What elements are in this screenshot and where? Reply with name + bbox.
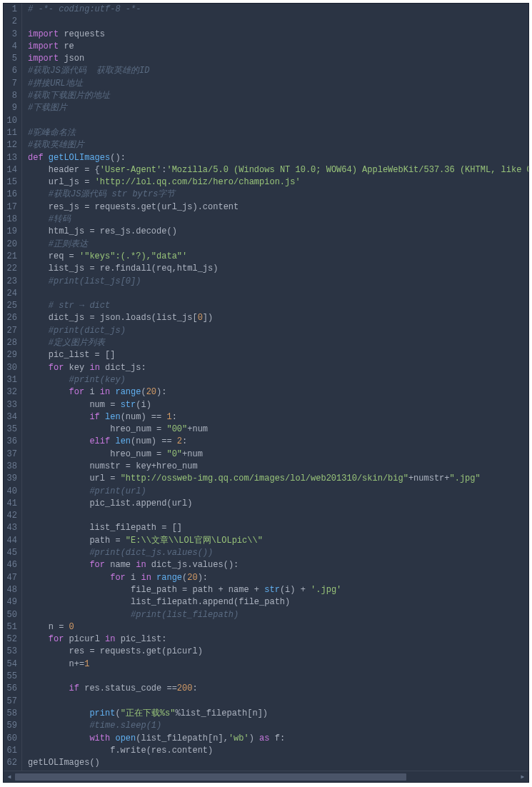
line-number: 47 xyxy=(4,572,17,584)
code-line[interactable]: numstr = key+hreo_num xyxy=(28,461,528,473)
code-line[interactable] xyxy=(28,288,528,300)
line-number: 57 xyxy=(4,696,17,708)
code-line[interactable]: list_filepath = [] xyxy=(28,522,528,534)
code-line[interactable]: req = '"keys":(.*?),"data"' xyxy=(28,251,528,263)
line-number: 5 xyxy=(4,53,17,65)
code-line[interactable]: #print(key) xyxy=(28,374,528,386)
code-line[interactable]: print("正在下载%s"%list_filepath[n]) xyxy=(28,708,528,720)
code-line[interactable]: f.write(res.content) xyxy=(28,745,528,757)
code-line[interactable]: #获取英雄图片 xyxy=(28,139,528,151)
line-number: 62 xyxy=(4,757,17,769)
code-line[interactable] xyxy=(28,115,528,127)
line-number: 27 xyxy=(4,325,17,337)
code-line[interactable]: url_js = 'http://lol.qq.com/biz/hero/cha… xyxy=(28,176,528,189)
line-number: 51 xyxy=(4,621,17,633)
code-line[interactable] xyxy=(28,671,528,683)
code-line[interactable]: html_js = res_js.decode() xyxy=(28,226,528,238)
code-line[interactable]: # str → dict xyxy=(28,300,528,312)
scroll-right-icon[interactable]: ▶ xyxy=(517,771,528,783)
code-line[interactable]: #正则表达 xyxy=(28,239,528,251)
code-line[interactable]: file_path = path + name + str(i) + '.jpg… xyxy=(28,584,528,596)
code-line[interactable]: #获取JS源代码 获取英雄的ID xyxy=(28,65,528,77)
line-number: 41 xyxy=(4,498,17,510)
code-line[interactable]: #定义图片列表 xyxy=(28,337,528,349)
code-line[interactable]: header = {'User-Agent':'Mozilla/5.0 (Win… xyxy=(28,164,528,176)
code-line[interactable]: # -*- coding:utf-8 -*- xyxy=(28,4,528,16)
code-line[interactable]: #获取JS源代码 str bytrs字节 xyxy=(28,189,528,201)
code-line[interactable]: #print(list_js[0]) xyxy=(28,276,528,288)
line-number: 24 xyxy=(4,288,17,300)
code-line[interactable]: with open(list_filepath[n],'wb') as f: xyxy=(28,733,528,745)
code-line[interactable]: res = requests.get(picurl) xyxy=(28,646,528,658)
code-line[interactable]: import requests xyxy=(28,29,528,41)
line-number: 54 xyxy=(4,658,17,671)
line-number: 16 xyxy=(4,189,17,201)
line-number: 20 xyxy=(4,239,17,251)
line-number-gutter: 1234567891011121314151617181920212223242… xyxy=(4,4,22,771)
line-number: 32 xyxy=(4,386,17,398)
line-number: 38 xyxy=(4,461,17,473)
code-line[interactable]: #print(dict_js.values()) xyxy=(28,547,528,559)
code-line[interactable]: #驼峰命名法 xyxy=(28,127,528,139)
code-line[interactable]: #print(dict_js) xyxy=(28,325,528,337)
line-number: 53 xyxy=(4,646,17,658)
line-number: 1 xyxy=(4,4,17,16)
code-line[interactable]: list_filepath.append(file_path) xyxy=(28,596,528,608)
code-line[interactable]: #拼接URL地址 xyxy=(28,78,528,90)
code-line[interactable]: n = 0 xyxy=(28,621,528,633)
code-line[interactable]: dict_js = json.loads(list_js[0]) xyxy=(28,312,528,324)
line-number: 21 xyxy=(4,251,17,263)
code-line[interactable]: hreo_num = "00"+num xyxy=(28,423,528,436)
code-line[interactable] xyxy=(28,16,528,28)
code-area[interactable]: 1234567891011121314151617181920212223242… xyxy=(4,4,528,771)
code-line[interactable]: for i in range(20): xyxy=(28,386,528,398)
code-line[interactable]: def getLOLImages(): xyxy=(28,152,528,164)
code-line[interactable]: url = "http://ossweb-img.qq.com/images/l… xyxy=(28,473,528,485)
code-line[interactable] xyxy=(28,696,528,708)
code-line[interactable]: path = "E:\\文章\\LOL官网\LOLpic\\" xyxy=(28,535,528,547)
code-line[interactable]: #下载图片 xyxy=(28,102,528,114)
line-number: 61 xyxy=(4,745,17,757)
code-line[interactable] xyxy=(28,510,528,522)
code-line[interactable]: num = str(i) xyxy=(28,399,528,411)
code-line[interactable]: pic_list.append(url) xyxy=(28,498,528,510)
code-content[interactable]: # -*- coding:utf-8 -*-import requestsimp… xyxy=(22,4,528,771)
line-number: 29 xyxy=(4,349,17,361)
line-number: 12 xyxy=(4,139,17,151)
line-number: 4 xyxy=(4,41,17,53)
code-line[interactable]: elif len(num) == 2: xyxy=(28,436,528,448)
code-line[interactable]: n+=1 xyxy=(28,658,528,671)
scroll-track[interactable] xyxy=(15,773,517,781)
code-line[interactable]: for picurl in pic_list: xyxy=(28,633,528,646)
horizontal-scrollbar[interactable]: ◀ ▶ xyxy=(4,771,528,782)
line-number: 9 xyxy=(4,102,17,114)
code-editor: 1234567891011121314151617181920212223242… xyxy=(3,3,529,783)
code-line[interactable]: #转码 xyxy=(28,214,528,226)
line-number: 39 xyxy=(4,473,17,485)
code-line[interactable]: hreo_num = "0"+num xyxy=(28,448,528,461)
code-line[interactable]: if len(num) == 1: xyxy=(28,411,528,423)
code-line[interactable]: for name in dict_js.values(): xyxy=(28,559,528,571)
code-line[interactable]: pic_list = [] xyxy=(28,349,528,361)
code-line[interactable]: if res.status_code ==200: xyxy=(28,683,528,695)
code-line[interactable]: for key in dict_js: xyxy=(28,362,528,374)
line-number: 17 xyxy=(4,201,17,214)
line-number: 14 xyxy=(4,164,17,176)
code-line[interactable]: #time.sleep(1) xyxy=(28,720,528,732)
code-line[interactable]: res_js = requests.get(url_js).content xyxy=(28,201,528,214)
code-line[interactable]: import json xyxy=(28,53,528,65)
line-number: 28 xyxy=(4,337,17,349)
code-line[interactable]: #print(url) xyxy=(28,486,528,498)
scroll-left-icon[interactable]: ◀ xyxy=(4,771,15,783)
code-line[interactable]: for i in range(20): xyxy=(28,572,528,584)
code-line[interactable]: list_js = re.findall(req,html_js) xyxy=(28,263,528,275)
code-line[interactable]: #获取下载图片的地址 xyxy=(28,90,528,102)
line-number: 33 xyxy=(4,399,17,411)
scroll-thumb[interactable] xyxy=(15,773,406,781)
line-number: 59 xyxy=(4,720,17,732)
code-line[interactable]: getLOLImages() xyxy=(28,757,528,769)
code-line[interactable]: import re xyxy=(28,41,528,53)
line-number: 34 xyxy=(4,411,17,423)
line-number: 52 xyxy=(4,633,17,646)
code-line[interactable]: #print(list_filepath) xyxy=(28,609,528,621)
